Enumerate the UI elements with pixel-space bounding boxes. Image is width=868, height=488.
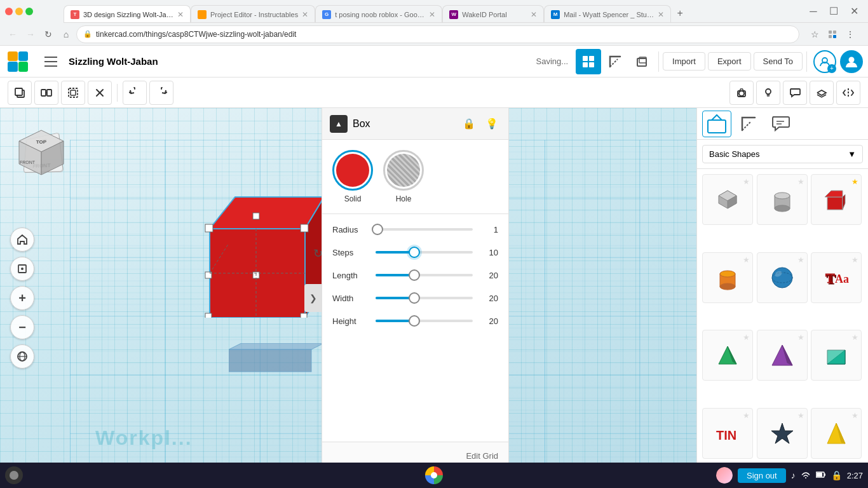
chrome-taskbar-icon[interactable] bbox=[425, 466, 443, 484]
shape-cylinder-gray[interactable]: ★ bbox=[757, 174, 808, 225]
favorite-star-4[interactable]: ★ bbox=[743, 255, 750, 264]
panel-lock-btn[interactable]: 🔒 bbox=[460, 115, 478, 133]
home-btn[interactable]: ⌂ bbox=[58, 27, 74, 42]
annotation-btn[interactable] bbox=[766, 111, 795, 137]
browser-tab-wakeid[interactable]: W WakeID Portal ✕ bbox=[442, 5, 544, 22]
export-btn[interactable]: Export bbox=[708, 52, 751, 71]
window-close[interactable] bbox=[5, 8, 13, 15]
favorite-star-3[interactable]: ★ bbox=[851, 177, 858, 186]
angle-view-btn[interactable] bbox=[602, 49, 628, 74]
shape-green-pyramid[interactable]: ★ bbox=[702, 330, 753, 381]
shape-orange-cylinder[interactable]: ★ bbox=[702, 252, 753, 303]
tab-close-mail[interactable]: ✕ bbox=[658, 10, 664, 19]
music-icon[interactable]: ♪ bbox=[791, 470, 796, 480]
shape-teal-wedge[interactable]: ★ bbox=[811, 330, 862, 381]
camera-btn[interactable] bbox=[729, 81, 754, 105]
layers-btn[interactable] bbox=[810, 81, 834, 105]
browser-tab-google[interactable]: G t posing noob roblox - Google... ✕ bbox=[315, 5, 442, 22]
solid-option[interactable]: Solid bbox=[332, 150, 373, 203]
tinkercad-logo[interactable] bbox=[5, 49, 31, 74]
project-name-btn[interactable]: Sizzling Wolt-Jaban bbox=[64, 53, 163, 69]
edit-grid-btn[interactable]: Edit Grid bbox=[332, 449, 498, 463]
collapse-props-btn[interactable]: ❯ bbox=[304, 284, 322, 312]
shape-star[interactable]: ★ bbox=[757, 408, 808, 459]
height-slider[interactable] bbox=[376, 313, 473, 329]
shape-3d-text[interactable]: ★ TIN bbox=[702, 408, 753, 459]
bulb-btn[interactable] bbox=[756, 81, 780, 105]
minimize-btn[interactable]: ─ bbox=[804, 3, 822, 20]
view-cube[interactable]: TOP FRONT T bbox=[13, 121, 70, 191]
window-maximize[interactable] bbox=[25, 8, 33, 15]
forward-btn[interactable]: → bbox=[23, 27, 38, 42]
shapes-grid-btn[interactable] bbox=[702, 111, 731, 137]
tab-close-instructables[interactable]: ✕ bbox=[302, 10, 308, 19]
favorite-star-7[interactable]: ★ bbox=[743, 333, 750, 342]
delete-btn[interactable] bbox=[88, 81, 112, 105]
viewport[interactable]: TOP FRONT T bbox=[0, 108, 696, 488]
shape-text-red[interactable]: ★ T Aa bbox=[811, 252, 862, 303]
favorite-star-2[interactable]: ★ bbox=[797, 177, 804, 186]
shape-purple-pyramid[interactable]: ★ bbox=[757, 330, 808, 381]
menu-toggle-btn[interactable] bbox=[38, 49, 64, 74]
length-slider[interactable] bbox=[376, 268, 473, 283]
box-view-btn[interactable] bbox=[629, 49, 654, 74]
new-tab-button[interactable]: + bbox=[671, 4, 689, 22]
browser-tab-tinkercad[interactable]: T 3D design Sizzling Wolt-Jaba... ✕ bbox=[64, 5, 191, 22]
undo-btn[interactable] bbox=[123, 81, 147, 105]
speech-btn[interactable] bbox=[783, 81, 807, 105]
favorite-star-6[interactable]: ★ bbox=[851, 255, 858, 264]
shape-rounded-box[interactable]: ★ bbox=[702, 174, 753, 225]
favorite-star-11[interactable]: ★ bbox=[797, 411, 804, 420]
shape-red-box[interactable]: ★ bbox=[811, 174, 862, 225]
shapes-category-dropdown[interactable]: Basic Shapes ▼ bbox=[702, 145, 863, 163]
ungroup-btn[interactable] bbox=[61, 81, 85, 105]
favorite-star-1[interactable]: ★ bbox=[743, 177, 750, 186]
start-btn[interactable] bbox=[5, 466, 23, 484]
redo-btn[interactable] bbox=[149, 81, 173, 105]
wifi-icon[interactable] bbox=[801, 470, 811, 481]
steps-slider[interactable] bbox=[376, 245, 473, 260]
window-minimize[interactable] bbox=[15, 8, 23, 15]
sign-out-btn[interactable]: Sign out bbox=[738, 468, 786, 483]
address-bar[interactable]: 🔒 tinkercad.com/things/casp8CTWjwe-sizzl… bbox=[76, 25, 799, 43]
tab-close-google[interactable]: ✕ bbox=[429, 10, 435, 19]
browser-tab-mail[interactable]: M Mail - Wyatt Spencer _ Studen... ✕ bbox=[544, 5, 671, 22]
taskbar-profile[interactable] bbox=[716, 467, 733, 484]
add-user-btn[interactable]: + bbox=[813, 50, 836, 73]
browser-tab-instructables[interactable]: Project Editor - Instructables ✕ bbox=[191, 5, 315, 22]
hole-option[interactable]: Hole bbox=[383, 150, 424, 203]
duplicate-btn[interactable] bbox=[8, 81, 32, 105]
panel-light-btn[interactable]: 💡 bbox=[483, 115, 501, 133]
fit-view-btn[interactable] bbox=[10, 257, 34, 281]
tab-close-tinkercad[interactable]: ✕ bbox=[177, 10, 184, 19]
zoom-in-btn[interactable]: + bbox=[10, 286, 34, 310]
shape-blue-sphere[interactable]: ★ bbox=[757, 252, 808, 303]
extension-icon[interactable] bbox=[825, 27, 840, 42]
radius-slider[interactable] bbox=[376, 222, 473, 237]
favorite-star-5[interactable]: ★ bbox=[797, 255, 804, 264]
tab-close-wakeid[interactable]: ✕ bbox=[531, 10, 537, 19]
panel-collapse-btn[interactable]: ▲ bbox=[330, 115, 348, 133]
group-btn[interactable] bbox=[34, 81, 58, 105]
mirror-btn[interactable] bbox=[836, 81, 860, 105]
restore-btn[interactable]: ☐ bbox=[825, 3, 843, 20]
favorite-star-9[interactable]: ★ bbox=[851, 333, 858, 342]
shape-yellow-cone[interactable]: ★ bbox=[811, 408, 862, 459]
close-btn-window[interactable]: ✕ bbox=[845, 3, 863, 20]
back-btn[interactable]: ← bbox=[5, 27, 20, 42]
favorite-star-8[interactable]: ★ bbox=[797, 333, 804, 342]
width-slider[interactable] bbox=[376, 290, 473, 306]
user-avatar[interactable] bbox=[840, 50, 863, 73]
perspective-btn[interactable] bbox=[10, 344, 34, 369]
bookmark-btn[interactable]: ☆ bbox=[807, 27, 822, 42]
refresh-btn[interactable]: ↻ bbox=[41, 27, 56, 42]
favorite-star-12[interactable]: ★ bbox=[851, 411, 858, 420]
blue-flat-box[interactable] bbox=[229, 343, 324, 377]
grid-view-btn[interactable] bbox=[576, 49, 601, 74]
send-to-btn[interactable]: Send To bbox=[754, 52, 803, 71]
menu-btn[interactable]: ⋮ bbox=[843, 27, 858, 42]
import-btn[interactable]: Import bbox=[663, 52, 705, 71]
favorite-star-10[interactable]: ★ bbox=[743, 411, 750, 420]
wireframe-btn[interactable] bbox=[734, 111, 763, 137]
home-view-btn[interactable] bbox=[10, 227, 34, 252]
